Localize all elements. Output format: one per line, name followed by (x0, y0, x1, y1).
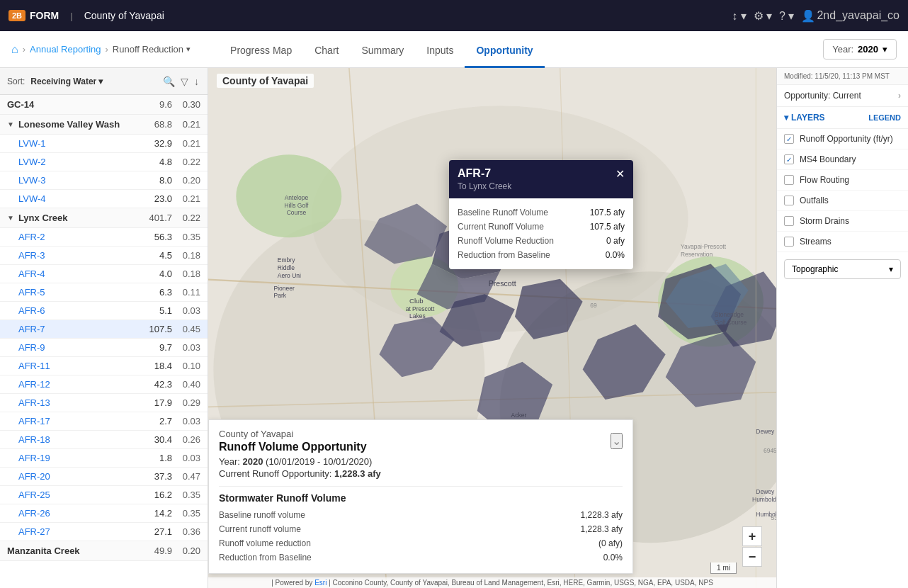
group-header-expandable[interactable]: ▼ Lonesome Valley Wash 68.8 0.21 (0, 115, 208, 135)
popup-row: Baseline Runoff Volume 107.5 afy (458, 205, 625, 220)
item-val2: 0.03 (172, 342, 200, 353)
info-data-row: Baseline runoff volume 1,228.3 afy (219, 508, 623, 522)
group-header[interactable]: GC-14 9.6 0.30 (0, 95, 208, 115)
esri-link[interactable]: Esri (314, 579, 327, 587)
year-range: (10/01/2019 - 10/01/2020) (266, 456, 372, 467)
svg-text:Lakes: Lakes (409, 312, 426, 320)
list-item[interactable]: AFR-25 16.2 0.35 (0, 486, 208, 504)
list-item[interactable]: LVW-1 32.9 0.21 (0, 135, 208, 153)
item-val: 23.0 (137, 193, 172, 204)
breadcrumb-runoff[interactable]: Runoff Reduction ▾ (113, 44, 191, 55)
info-data-value: 0.0% (603, 553, 623, 562)
zoom-out-button[interactable]: − (742, 547, 762, 567)
list-item[interactable]: AFR-19 1.8 0.03 (0, 449, 208, 468)
layer-name: Storm Drains (800, 216, 849, 226)
list-item[interactable]: AFR-27 27.1 0.36 (0, 523, 208, 541)
sort-dropdown[interactable]: Receiving Water ▾ (30, 77, 103, 86)
list-item[interactable]: AFR-26 14.2 0.35 (0, 504, 208, 523)
layers-triangle: ▾ (784, 113, 788, 123)
list-item[interactable]: AFR-11 18.4 0.10 (0, 357, 208, 375)
list-item[interactable]: AFR-9 9.7 0.03 (0, 339, 208, 357)
sort-value-text: Receiving Water (30, 77, 96, 86)
arrows-icon[interactable]: ↕ ▾ (732, 9, 746, 23)
list-item[interactable]: AFR-20 37.3 0.47 (0, 468, 208, 486)
item-val: 1.8 (137, 453, 172, 463)
list-item[interactable]: AFR-3 4.5 0.18 (0, 247, 208, 265)
group-name: Lynx Creek (18, 213, 137, 223)
item-val2: 0.03 (172, 305, 200, 316)
basemap-selector[interactable]: Topographic ▾ (784, 259, 901, 279)
popup-row-value: 107.5 afy (590, 208, 625, 217)
svg-text:Yavapai-Prescott: Yavapai-Prescott (681, 243, 727, 250)
map-popup: AFR-7 To Lynx Creek ✕ Baseline Runoff Vo… (449, 160, 633, 269)
opportunity-selector[interactable]: Opportunity: Current › (777, 85, 908, 107)
item-val2: 0.11 (172, 287, 200, 298)
zoom-in-button[interactable]: + (742, 526, 762, 546)
info-rows: Baseline runoff volume 1,228.3 afy Curre… (219, 508, 623, 565)
group-header[interactable]: Manzanita Creek 49.9 0.20 (0, 541, 208, 561)
layer-checkbox[interactable]: ✓ (784, 154, 794, 164)
item-name: AFR-3 (18, 250, 137, 261)
group-name: GC-14 (7, 99, 137, 110)
tab-chart[interactable]: Chart (303, 45, 350, 68)
list-item[interactable]: AFR-5 6.3 0.11 (0, 283, 208, 302)
filter-icon[interactable]: ▽ (179, 74, 190, 89)
layer-item: Flow Routing (777, 170, 908, 191)
layers-header: ▾ LAYERS LEGEND (777, 107, 908, 129)
tab-inputs[interactable]: Inputs (415, 45, 465, 68)
username: 2nd_yavapai_co (817, 9, 900, 22)
group-header-expandable[interactable]: ▼ Lynx Creek 401.7 0.22 (0, 208, 208, 228)
help-icon[interactable]: ? ▾ (779, 9, 794, 23)
layer-checkbox[interactable] (784, 196, 794, 205)
info-data-row: Runoff volume reduction (0 afy) (219, 536, 623, 550)
layer-item: Streams (777, 232, 908, 252)
logo-badge: 2B (8, 10, 25, 21)
item-val: 37.3 (137, 471, 172, 482)
settings-icon[interactable]: ⚙ ▾ (754, 9, 772, 23)
tab-progress-map[interactable]: Progress Map (219, 45, 303, 68)
year-selector[interactable]: Year: 2020 ▾ (823, 39, 897, 60)
zoom-controls: + − (742, 526, 762, 567)
item-val: 42.3 (137, 379, 172, 390)
group-arrow: ▼ (7, 120, 14, 128)
breadcrumb-annual-reporting[interactable]: Annual Reporting (30, 44, 101, 55)
item-val: 14.2 (137, 508, 172, 519)
list-item[interactable]: AFR-17 2.7 0.03 (0, 412, 208, 431)
sort-bar: Sort: Receiving Water ▾ 🔍 ▽ ↓ (0, 68, 208, 95)
info-collapse-button[interactable]: ⌄ (611, 433, 623, 449)
search-icon[interactable]: 🔍 (161, 74, 176, 89)
list-item[interactable]: LVW-2 4.8 0.22 (0, 153, 208, 171)
item-val: 107.5 (137, 324, 172, 334)
sort-order-icon[interactable]: ↓ (193, 74, 200, 89)
popup-close-button[interactable]: ✕ (615, 167, 625, 181)
tab-summary[interactable]: Summary (350, 45, 415, 68)
main-content: Sort: Receiving Water ▾ 🔍 ▽ ↓ GC-14 9.6 … (0, 68, 908, 588)
list-item[interactable]: AFR-7 107.5 0.45 (0, 320, 208, 339)
popup-header: AFR-7 To Lynx Creek ✕ (449, 160, 633, 198)
list-item[interactable]: AFR-6 5.1 0.03 (0, 302, 208, 320)
list-item[interactable]: LVW-4 23.0 0.21 (0, 190, 208, 208)
layer-checkbox[interactable]: ✓ (784, 134, 794, 144)
user-profile[interactable]: 👤 2nd_yavapai_co (801, 9, 900, 23)
tab-opportunity[interactable]: Opportunity (465, 45, 544, 68)
popup-row-label: Runoff Volume Reduction (458, 236, 554, 246)
list-item[interactable]: AFR-4 4.0 0.18 (0, 265, 208, 283)
layer-checkbox[interactable] (784, 175, 794, 185)
list-item[interactable]: AFR-18 30.4 0.26 (0, 431, 208, 449)
home-icon[interactable]: ⌂ (11, 43, 18, 56)
item-val: 56.3 (137, 232, 172, 242)
item-val: 4.5 (137, 250, 172, 261)
layer-checkbox[interactable] (784, 216, 794, 226)
map-area[interactable]: GLASSFORD HILL BRADSHAW MOUNTAINS EUGENE… (208, 68, 776, 588)
item-val: 4.0 (137, 268, 172, 279)
legend-button[interactable]: LEGEND (868, 113, 901, 122)
year-label-text: Year: (219, 456, 240, 467)
list-item[interactable]: AFR-2 56.3 0.35 (0, 228, 208, 247)
list-item[interactable]: AFR-12 42.3 0.40 (0, 375, 208, 394)
item-val2: 0.26 (172, 434, 200, 445)
list-item[interactable]: AFR-13 17.9 0.29 (0, 394, 208, 412)
popup-subtitle: To Lynx Creek (458, 181, 511, 191)
layer-checkbox[interactable] (784, 237, 794, 247)
group-val2: 0.21 (172, 119, 200, 130)
list-item[interactable]: LVW-3 8.0 0.20 (0, 171, 208, 190)
